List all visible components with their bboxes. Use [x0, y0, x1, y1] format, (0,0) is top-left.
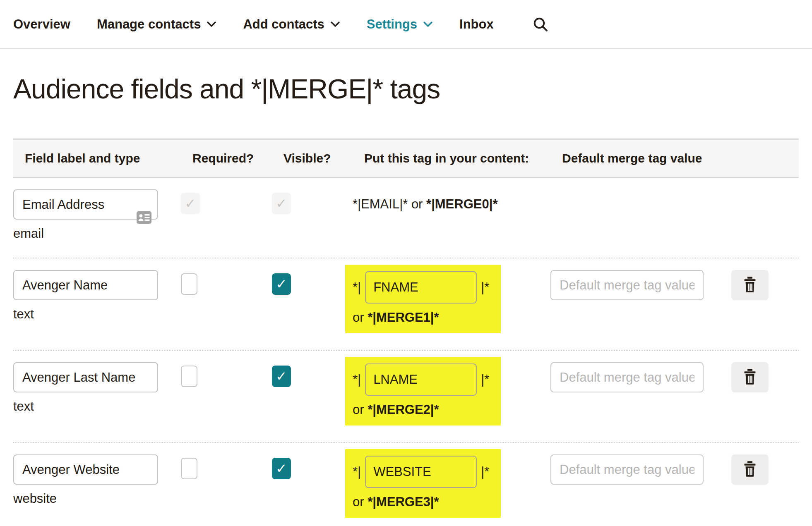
column-header-visible: Visible? [283, 151, 364, 165]
merge-tag-alt: or *|MERGE1|* [353, 310, 493, 325]
column-header-required: Required? [192, 151, 283, 165]
required-checkbox[interactable] [181, 366, 197, 387]
search-icon[interactable] [532, 16, 549, 33]
merge-tag-highlight: *| |* or *|MERGE1|* [345, 265, 501, 333]
field-type-label: text [13, 307, 181, 322]
contact-card-icon [137, 211, 151, 225]
chevron-down-icon [423, 21, 433, 28]
field-type-label: text [13, 399, 181, 414]
tag-close-symbol: |* [481, 464, 489, 479]
table-row: website ✓ *| |* or *|MERGE3|* [13, 443, 799, 526]
visible-checkbox[interactable]: ✓ [272, 273, 291, 295]
nav-item-label: Overview [13, 17, 70, 32]
required-checkbox: ✓ [181, 193, 200, 214]
nav-item-inbox[interactable]: Inbox [459, 17, 494, 32]
delete-field-button[interactable] [731, 362, 769, 392]
tag-open-symbol: *| [353, 280, 361, 295]
nav-item-add-contacts[interactable]: Add contacts [243, 17, 340, 32]
tag-close-symbol: |* [481, 280, 489, 295]
nav-item-overview[interactable]: Overview [13, 17, 70, 32]
merge-tag-highlight: *| |* or *|MERGE3|* [345, 449, 501, 518]
merge-tag-text: *|EMAIL|* or *|MERGE0|* [353, 197, 550, 212]
default-merge-value-input[interactable] [550, 270, 704, 300]
field-type-label: website [13, 491, 181, 506]
merge-tag-prefix: *|EMAIL|* or [353, 197, 426, 211]
nav-item-manage-contacts[interactable]: Manage contacts [97, 17, 217, 32]
merge-tag-highlight: *| |* or *|MERGE2|* [345, 357, 501, 426]
tag-open-symbol: *| [353, 464, 361, 479]
visible-checkbox[interactable]: ✓ [272, 458, 291, 479]
delete-field-button[interactable] [731, 270, 769, 300]
or-label: or [353, 310, 368, 325]
or-label: or [353, 402, 368, 417]
merge-tag-bold: *|MERGE1|* [368, 310, 439, 325]
default-merge-value-input[interactable] [550, 454, 704, 485]
table-row: text ✓ *| |* or *|MERGE1|* [13, 258, 799, 351]
required-checkbox[interactable] [181, 458, 197, 479]
trash-icon [742, 460, 757, 479]
field-label-input[interactable] [13, 454, 158, 485]
chevron-down-icon [330, 21, 340, 28]
tag-open-symbol: *| [353, 372, 361, 387]
default-merge-value-input[interactable] [550, 362, 704, 392]
merge-tag-bold: *|MERGE2|* [368, 402, 439, 417]
merge-tag-input[interactable] [365, 456, 477, 488]
nav-item-label: Settings [367, 17, 417, 32]
column-header-default-value: Default merge tag value [562, 151, 743, 165]
nav-item-label: Add contacts [243, 17, 324, 32]
delete-field-button[interactable] [731, 454, 769, 485]
tag-close-symbol: |* [481, 372, 489, 387]
merge-tag-input[interactable] [365, 363, 477, 396]
trash-icon [742, 276, 757, 294]
required-checkbox[interactable] [181, 273, 197, 295]
merge-tag-alt: or *|MERGE3|* [353, 495, 493, 509]
page-title: Audience fields and *|MERGE|* tags [13, 73, 799, 105]
field-type-label: email [13, 226, 181, 241]
table-header-row: Field label and type Required? Visible? … [13, 139, 799, 178]
audience-fields-table: Field label and type Required? Visible? … [13, 139, 799, 526]
visible-checkbox: ✓ [272, 193, 291, 214]
nav-item-label: Manage contacts [97, 17, 201, 32]
visible-checkbox[interactable]: ✓ [272, 366, 291, 387]
column-header-field-label: Field label and type [25, 151, 192, 165]
column-header-tag: Put this tag in your content: [364, 151, 562, 165]
trash-icon [742, 368, 757, 387]
nav-item-settings[interactable]: Settings [367, 17, 433, 32]
top-nav: Overview Manage contacts Add contacts Se… [0, 0, 812, 48]
merge-tag-alt: or *|MERGE2|* [353, 402, 493, 417]
merge-tag-bold: *|MERGE0|* [426, 197, 497, 211]
field-label-input[interactable] [13, 362, 158, 392]
or-label: or [353, 495, 368, 509]
nav-divider [0, 48, 812, 49]
table-row: email ✓ ✓ *|EMAIL|* or *|MERGE0|* [13, 178, 799, 258]
chevron-down-icon [207, 21, 216, 28]
merge-tag-bold: *|MERGE3|* [368, 495, 439, 509]
nav-item-label: Inbox [459, 17, 494, 32]
merge-tag-input[interactable] [365, 271, 477, 304]
field-label-input[interactable] [13, 270, 158, 300]
table-row: text ✓ *| |* or *|MERGE2|* [13, 351, 799, 443]
